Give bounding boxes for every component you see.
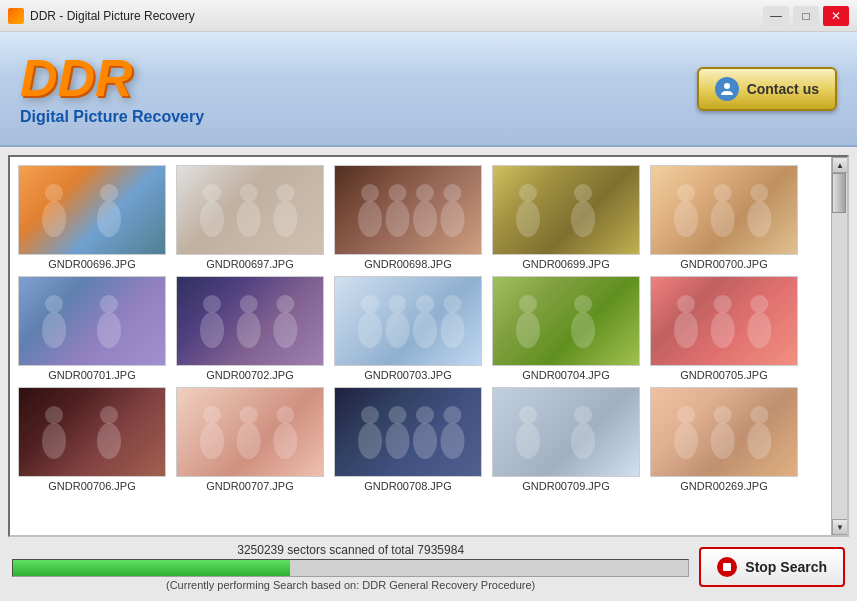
contact-button[interactable]: Contact us — [697, 67, 837, 111]
svg-point-26 — [711, 201, 735, 237]
gallery-item[interactable]: GNDR00700.JPG — [650, 165, 798, 270]
thumbnail — [176, 276, 324, 366]
svg-point-4 — [97, 201, 121, 237]
gallery-item[interactable]: GNDR00709.JPG — [492, 387, 640, 492]
thumbnail — [334, 276, 482, 366]
svg-point-76 — [516, 423, 540, 459]
svg-point-80 — [674, 423, 698, 459]
thumbnail — [18, 276, 166, 366]
gallery-item[interactable]: GNDR00707.JPG — [176, 387, 324, 492]
logo-area: DDR Digital Picture Recovery — [20, 52, 204, 126]
svg-point-14 — [386, 201, 410, 237]
scroll-up-button[interactable]: ▲ — [832, 157, 848, 173]
stop-label: Stop Search — [745, 559, 827, 575]
svg-point-22 — [571, 201, 595, 237]
image-label: GNDR00704.JPG — [522, 369, 609, 381]
svg-point-45 — [444, 295, 462, 313]
svg-point-38 — [273, 312, 297, 348]
svg-point-55 — [750, 295, 768, 313]
svg-point-13 — [389, 184, 407, 202]
scroll-down-button[interactable]: ▼ — [832, 519, 848, 535]
gallery-container: GNDR00696.JPGGNDR00697.JPGGNDR00698.JPGG… — [8, 155, 849, 537]
svg-point-77 — [574, 406, 592, 424]
thumbnail — [650, 387, 798, 477]
progress-text: 3250239 sectors scanned of total 7935984 — [12, 543, 689, 557]
svg-point-50 — [571, 312, 595, 348]
thumbnail — [18, 165, 166, 255]
svg-point-16 — [413, 201, 437, 237]
image-label: GNDR00700.JPG — [680, 258, 767, 270]
logo-subtitle: Digital Picture Recovery — [20, 108, 204, 126]
gallery-item[interactable]: GNDR00704.JPG — [492, 276, 640, 381]
svg-point-79 — [677, 406, 695, 424]
svg-point-36 — [237, 312, 261, 348]
svg-point-15 — [416, 184, 434, 202]
svg-point-1 — [45, 184, 63, 202]
svg-point-33 — [203, 295, 221, 313]
svg-point-58 — [42, 423, 66, 459]
thumbnail — [176, 387, 324, 477]
svg-point-71 — [416, 406, 434, 424]
svg-point-64 — [237, 423, 261, 459]
maximize-button[interactable]: □ — [793, 6, 819, 26]
svg-point-83 — [750, 406, 768, 424]
svg-point-27 — [750, 184, 768, 202]
svg-point-25 — [714, 184, 732, 202]
gallery-item[interactable]: GNDR00702.JPG — [176, 276, 324, 381]
image-label: GNDR00706.JPG — [48, 480, 135, 492]
svg-point-32 — [97, 312, 121, 348]
svg-point-40 — [358, 312, 382, 348]
gallery-item[interactable]: GNDR00699.JPG — [492, 165, 640, 270]
gallery-item[interactable]: GNDR00708.JPG — [334, 387, 482, 492]
gallery-item[interactable]: GNDR00703.JPG — [334, 276, 482, 381]
stop-search-button[interactable]: Stop Search — [699, 547, 845, 587]
svg-point-5 — [203, 184, 221, 202]
svg-point-9 — [276, 184, 294, 202]
close-button[interactable]: ✕ — [823, 6, 849, 26]
scrollbar[interactable]: ▲ ▼ — [831, 157, 847, 535]
thumbnail — [650, 165, 798, 255]
gallery-item[interactable]: GNDR00697.JPG — [176, 165, 324, 270]
gallery-item[interactable]: GNDR00269.JPG — [650, 387, 798, 492]
svg-point-63 — [240, 406, 258, 424]
svg-point-18 — [441, 201, 465, 237]
contact-icon — [715, 77, 739, 101]
contact-label: Contact us — [747, 81, 819, 97]
progress-status: (Currently performing Search based on: D… — [12, 579, 689, 591]
title-bar: DDR - Digital Picture Recovery — □ ✕ — [0, 0, 857, 32]
thumbnail — [492, 165, 640, 255]
svg-point-28 — [747, 201, 771, 237]
image-label: GNDR00269.JPG — [680, 480, 767, 492]
image-label: GNDR00698.JPG — [364, 258, 451, 270]
gallery-item[interactable]: GNDR00701.JPG — [18, 276, 166, 381]
svg-point-69 — [389, 406, 407, 424]
gallery-row-0: GNDR00696.JPGGNDR00697.JPGGNDR00698.JPGG… — [18, 165, 823, 270]
app-icon — [8, 8, 24, 24]
svg-point-43 — [416, 295, 434, 313]
svg-point-17 — [444, 184, 462, 202]
main-area: GNDR00696.JPGGNDR00697.JPGGNDR00698.JPGG… — [0, 147, 857, 601]
svg-point-56 — [747, 312, 771, 348]
svg-point-73 — [444, 406, 462, 424]
svg-point-75 — [519, 406, 537, 424]
image-label: GNDR00709.JPG — [522, 480, 609, 492]
image-label: GNDR00705.JPG — [680, 369, 767, 381]
minimize-button[interactable]: — — [763, 6, 789, 26]
progress-info: 3250239 sectors scanned of total 7935984… — [12, 543, 689, 591]
svg-point-82 — [711, 423, 735, 459]
gallery-item[interactable]: GNDR00705.JPG — [650, 276, 798, 381]
gallery-item[interactable]: GNDR00706.JPG — [18, 387, 166, 492]
svg-point-62 — [200, 423, 224, 459]
svg-point-70 — [386, 423, 410, 459]
image-label: GNDR00703.JPG — [364, 369, 451, 381]
svg-point-52 — [674, 312, 698, 348]
svg-point-7 — [240, 184, 258, 202]
header: DDR Digital Picture Recovery Contact us — [0, 32, 857, 147]
gallery-item[interactable]: GNDR00698.JPG — [334, 165, 482, 270]
gallery-item[interactable]: GNDR00696.JPG — [18, 165, 166, 270]
window-controls: — □ ✕ — [763, 6, 849, 26]
progress-bar — [12, 559, 689, 577]
scroll-thumb[interactable] — [832, 173, 846, 213]
svg-point-61 — [203, 406, 221, 424]
scroll-track[interactable] — [832, 173, 847, 519]
